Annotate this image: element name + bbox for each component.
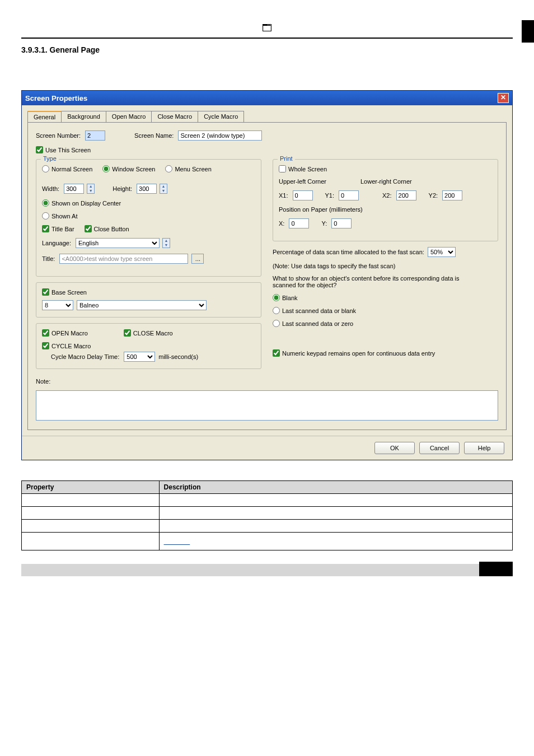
property-table: Property Description: [21, 480, 513, 550]
tab-open-macro[interactable]: Open Macro: [106, 111, 152, 122]
blank-radio[interactable]: Blank: [273, 294, 298, 301]
tab-strip: General Background Open Macro Close Macr…: [27, 111, 507, 122]
tab-close-macro[interactable]: Close Macro: [151, 111, 198, 122]
page-side-marker: [522, 20, 534, 43]
fast-scan-label: Percentage of data scan time allocated t…: [273, 249, 424, 255]
ok-button[interactable]: OK: [374, 442, 415, 454]
table-row: [22, 507, 513, 520]
width-input[interactable]: [64, 184, 84, 194]
print-group-title: Print: [278, 155, 295, 162]
page-number-box: [479, 562, 513, 576]
fast-scan-note: (Note: Use data tags to specify the fast…: [273, 263, 396, 269]
height-input[interactable]: [137, 184, 157, 194]
width-label: Width:: [42, 185, 59, 192]
print-group: Print Whole Screen Upper-left Corner Low…: [273, 159, 498, 241]
cycle-delay-select[interactable]: 500: [124, 352, 155, 362]
numeric-keypad-checkbox[interactable]: Numeric keypad remains open for continuo…: [273, 349, 435, 357]
base-screen-name-select[interactable]: Balneo: [77, 300, 207, 310]
window-screen-radio[interactable]: Window Screen: [102, 165, 155, 172]
description-header: Description: [159, 481, 512, 494]
cancel-button[interactable]: Cancel: [419, 442, 460, 454]
tab-background[interactable]: Background: [61, 111, 106, 122]
base-screen-number-select[interactable]: 8: [42, 300, 73, 310]
x2-input[interactable]: [396, 190, 416, 200]
width-spinner[interactable]: ▲▼: [87, 184, 95, 194]
language-select[interactable]: English: [76, 238, 160, 248]
height-label: Height:: [113, 185, 132, 192]
lower-right-label: Lower-right Corner: [360, 178, 412, 185]
normal-screen-radio[interactable]: Normal Screen: [42, 165, 92, 172]
title-input[interactable]: [59, 254, 188, 264]
close-macro-checkbox[interactable]: CLOSE Macro: [124, 329, 173, 337]
px-label: X:: [279, 220, 284, 227]
screen-number-label: Screen Number:: [36, 132, 81, 139]
whole-screen-checkbox[interactable]: Whole Screen: [279, 165, 327, 172]
shown-at-radio[interactable]: Shown At: [42, 212, 77, 220]
table-row: [22, 494, 513, 507]
base-screen-group: Base Screen 8 Balneo: [36, 282, 261, 318]
upper-left-label: Upper-left Corner: [279, 178, 357, 185]
pos-paper-label: Position on Paper (millimeters): [279, 206, 363, 213]
open-macro-checkbox[interactable]: OPEN Macro: [42, 329, 88, 337]
note-label: Note:: [36, 378, 50, 385]
close-icon[interactable]: ✕: [498, 93, 509, 103]
type-group-title: Type: [41, 155, 59, 162]
x2-label: X2:: [382, 192, 392, 199]
x1-input[interactable]: [293, 190, 313, 200]
y1-label: Y1:: [325, 192, 335, 199]
header-icon: 🗔: [21, 22, 513, 34]
dialog-titlebar: Screen Properties ✕: [22, 91, 512, 105]
table-row: [22, 533, 513, 550]
cycle-delay-label: Cycle Macro Delay Time:: [51, 353, 119, 360]
show-before-label: What to show for an object's content bef…: [273, 275, 463, 288]
header-rule: [21, 38, 513, 39]
tab-body: Screen Number: Screen Name: Use This Scr…: [27, 122, 507, 430]
language-label: Language:: [42, 240, 71, 246]
note-textarea[interactable]: [36, 390, 498, 421]
y2-label: Y2:: [429, 192, 438, 199]
dialog-buttons: OK Cancel Help: [22, 436, 512, 460]
use-this-screen-checkbox[interactable]: Use This Screen: [36, 146, 91, 153]
height-spinner[interactable]: ▲▼: [160, 184, 167, 194]
last-zero-radio[interactable]: Last scanned data or zero: [273, 320, 353, 327]
cycle-macro-checkbox[interactable]: CYCLE Macro: [42, 342, 91, 349]
page-footer: [21, 564, 513, 576]
macro-group: OPEN Macro CLOSE Macro CYCLE Macro Cycle…: [36, 323, 261, 369]
language-spinner[interactable]: ▲▼: [162, 238, 170, 248]
dialog-title: Screen Properties: [25, 94, 87, 102]
px-input[interactable]: [289, 218, 309, 228]
help-button[interactable]: Help: [464, 442, 504, 454]
last-blank-radio[interactable]: Last scanned data or blank: [273, 307, 356, 314]
py-input[interactable]: [331, 218, 352, 228]
screen-properties-dialog: Screen Properties ✕ General Background O…: [21, 90, 513, 460]
x1-label: X1:: [279, 192, 288, 199]
tab-general[interactable]: General: [27, 111, 62, 122]
fast-scan-select[interactable]: 50%: [428, 247, 456, 257]
title-browse-button[interactable]: ...: [191, 254, 204, 264]
title-label: Title:: [42, 255, 55, 262]
table-row: [22, 520, 513, 533]
screen-number-input[interactable]: [85, 130, 105, 141]
base-screen-checkbox[interactable]: Base Screen: [42, 288, 87, 296]
tab-cycle-macro[interactable]: Cycle Macro: [198, 111, 244, 122]
y1-input[interactable]: [339, 190, 359, 200]
table-link[interactable]: [164, 538, 190, 545]
title-bar-checkbox[interactable]: Title Bar: [42, 225, 74, 232]
section-heading: 3.9.3.1. General Page: [21, 45, 513, 54]
type-group: Type Normal Screen Window Screen Menu Sc…: [36, 159, 261, 277]
close-button-checkbox[interactable]: Close Button: [85, 225, 129, 232]
menu-screen-radio[interactable]: Menu Screen: [165, 165, 211, 172]
y2-input[interactable]: [442, 190, 462, 200]
property-header: Property: [22, 481, 160, 494]
shown-center-radio[interactable]: Shown on Display Center: [42, 199, 121, 207]
cycle-delay-unit: milli-second(s): [158, 353, 198, 360]
screen-name-label: Screen Name:: [134, 132, 174, 139]
screen-name-input[interactable]: [178, 130, 262, 141]
py-label: Y:: [321, 220, 327, 227]
